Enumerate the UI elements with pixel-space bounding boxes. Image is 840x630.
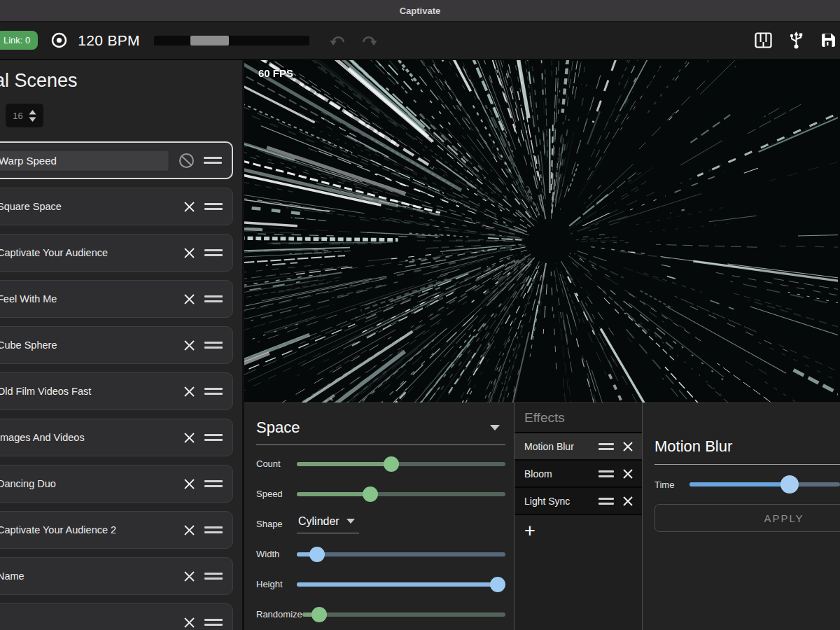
drag-handle-icon[interactable] [204, 342, 223, 349]
scene-name: Images And Videos [0, 432, 174, 443]
drag-handle-icon[interactable] [204, 526, 223, 533]
scene-row[interactable]: Captivate Your Audience 2 [0, 511, 233, 549]
add-effect-button[interactable]: + [514, 515, 642, 546]
midi-keyboard-icon[interactable] [755, 32, 772, 48]
drag-handle-icon[interactable] [598, 470, 614, 477]
drag-handle-icon[interactable] [204, 249, 223, 256]
effect-row[interactable]: Motion Blur [514, 433, 642, 461]
count-slider[interactable] [297, 456, 505, 472]
scene-row[interactable]: Captivate Your Audience [0, 234, 233, 272]
width-label: Width [256, 549, 297, 559]
delete-scene-icon[interactable] [183, 617, 195, 629]
scene-name: Captivate Your Audience 2 [0, 524, 174, 536]
bpm-slider-handle[interactable] [190, 36, 229, 46]
visual-preview: 60 FPS [244, 60, 840, 402]
delete-scene-icon[interactable] [183, 247, 195, 259]
scene-row[interactable]: Feel With Me [0, 280, 233, 318]
slider-fill [297, 492, 370, 496]
effect-name: Light Sync [524, 496, 590, 507]
scene-name: Feel With Me [0, 293, 174, 304]
scene-name: Dancing Duo [0, 478, 174, 489]
fps-label: 60 FPS [258, 67, 293, 79]
delete-scene-icon[interactable] [183, 570, 195, 582]
scene-name: Cube Sphere [0, 340, 174, 351]
drag-handle-icon[interactable] [204, 203, 223, 210]
delete-scene-icon[interactable] [183, 340, 195, 351]
scene-row[interactable]: Square Space [0, 188, 233, 225]
drag-handle-icon[interactable] [598, 443, 614, 450]
divider [654, 464, 840, 465]
width-slider-knob[interactable] [309, 547, 325, 562]
ban-icon[interactable] [178, 153, 195, 169]
scenes-sidebar: Visual Scenes 16 Square Space Captivate … [0, 60, 244, 630]
scene-row[interactable]: Images And Videos [0, 419, 233, 456]
delete-scene-icon[interactable] [183, 386, 195, 398]
count-label: Count [256, 458, 297, 469]
tap-tempo-icon[interactable] [50, 31, 68, 49]
delete-effect-icon[interactable] [622, 496, 634, 507]
slider-fill [297, 462, 391, 466]
drag-handle-icon[interactable] [204, 388, 223, 395]
redo-icon[interactable] [360, 33, 378, 48]
save-icon[interactable] [820, 32, 836, 48]
drag-handle-icon[interactable] [204, 434, 223, 441]
captivate-window: Captivate Link: 0 120 BPM [0, 0, 840, 630]
effect-name: Motion Blur [524, 441, 590, 452]
height-slider[interactable] [297, 577, 505, 592]
drag-handle-icon[interactable] [204, 480, 223, 487]
scene-row[interactable]: Cube Sphere [0, 326, 233, 364]
delete-scene-icon[interactable] [183, 293, 195, 305]
scene-name-input[interactable] [0, 149, 169, 172]
count-slider-knob[interactable] [384, 456, 399, 472]
delete-scene-icon[interactable] [183, 201, 195, 213]
starfield-canvas [244, 60, 838, 402]
scene-settings-panel: Space Count Speed [244, 403, 514, 630]
drag-handle-icon[interactable] [204, 295, 223, 302]
delete-scene-icon[interactable] [183, 478, 195, 490]
width-slider[interactable] [297, 547, 505, 562]
scene-name: Captivate Your Audience [0, 247, 174, 258]
speed-slider[interactable] [297, 486, 505, 502]
time-slider-knob[interactable] [780, 475, 799, 493]
undo-icon[interactable] [329, 33, 347, 48]
time-label: Time [654, 479, 690, 490]
slider-track [297, 462, 505, 466]
ableton-link-button[interactable]: Link: 0 [0, 31, 38, 50]
height-label: Height [256, 579, 297, 589]
shape-value: Cylinder [298, 515, 340, 528]
scene-row[interactable]: Name [0, 557, 233, 595]
time-slider[interactable] [690, 475, 840, 493]
randomize-slider[interactable] [302, 607, 505, 622]
delete-scene-icon[interactable] [183, 524, 195, 536]
bpm-label: 120 BPM [78, 32, 139, 49]
shape-dropdown[interactable]: Cylinder [297, 515, 359, 533]
randomize-slider-knob[interactable] [312, 607, 327, 622]
speed-slider-knob[interactable] [363, 486, 378, 502]
history-group [329, 33, 378, 48]
drag-handle-icon[interactable] [598, 498, 614, 505]
delete-effect-icon[interactable] [622, 441, 634, 452]
drag-handle-icon[interactable] [204, 619, 223, 626]
scene-row[interactable] [0, 603, 233, 630]
apply-button[interactable]: APPLY [654, 504, 840, 532]
sidebar-title: Visual Scenes [0, 70, 242, 92]
usb-icon[interactable] [789, 31, 804, 49]
scene-row-selected[interactable] [0, 141, 233, 179]
stepper-arrows-icon[interactable] [29, 110, 36, 122]
bpm-slider[interactable] [154, 36, 309, 46]
scene-row[interactable]: Old Film Videos Fast [0, 372, 233, 410]
effect-row[interactable]: Bloom [514, 461, 642, 488]
scene-row[interactable]: Dancing Duo [0, 465, 233, 503]
delete-effect-icon[interactable] [622, 468, 634, 479]
delete-scene-icon[interactable] [183, 432, 195, 444]
chevron-down-icon [346, 519, 355, 524]
drag-handle-icon[interactable] [204, 157, 222, 164]
randomize-label: Randomize [256, 609, 302, 620]
toolbar-right-group [755, 31, 836, 49]
generator-dropdown[interactable]: Space [256, 419, 505, 437]
height-slider-knob[interactable] [490, 577, 505, 592]
effect-row[interactable]: Light Sync [514, 488, 642, 515]
speed-label: Speed [256, 489, 297, 499]
drag-handle-icon[interactable] [204, 573, 223, 580]
scene-count-stepper[interactable]: 16 [6, 104, 43, 127]
